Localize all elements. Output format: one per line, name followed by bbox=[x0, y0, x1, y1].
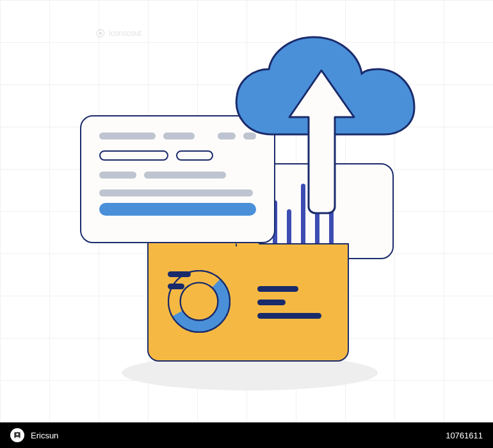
placeholder-pill bbox=[163, 132, 195, 140]
placeholder-pill-outline bbox=[99, 150, 168, 161]
placeholder-line bbox=[168, 271, 191, 277]
placeholder-line bbox=[257, 286, 298, 292]
chart-bar bbox=[287, 209, 291, 246]
attribution-bar: Ericsun 10761611 bbox=[0, 422, 493, 448]
panel-row bbox=[99, 172, 256, 179]
author-avatar-icon bbox=[10, 428, 24, 442]
author-name: Ericsun bbox=[31, 431, 58, 440]
panel-row bbox=[99, 189, 256, 196]
placeholder-pill bbox=[99, 189, 253, 196]
placeholder-line bbox=[168, 284, 184, 289]
upload-arrow-icon bbox=[285, 67, 359, 214]
placeholder-line bbox=[257, 300, 286, 305]
placeholder-pill bbox=[99, 172, 136, 179]
attribution-author[interactable]: Ericsun bbox=[10, 428, 58, 442]
svg-point-11 bbox=[16, 433, 19, 436]
placeholder-pill-outline bbox=[176, 150, 213, 161]
cloud-upload-illustration bbox=[64, 32, 423, 390]
image-id: 10761611 bbox=[446, 431, 483, 440]
placeholder-pill bbox=[99, 132, 156, 140]
placeholder-pill bbox=[144, 172, 226, 179]
progress-bar bbox=[99, 203, 256, 216]
folder-card bbox=[147, 243, 349, 362]
placeholder-line bbox=[257, 313, 321, 319]
